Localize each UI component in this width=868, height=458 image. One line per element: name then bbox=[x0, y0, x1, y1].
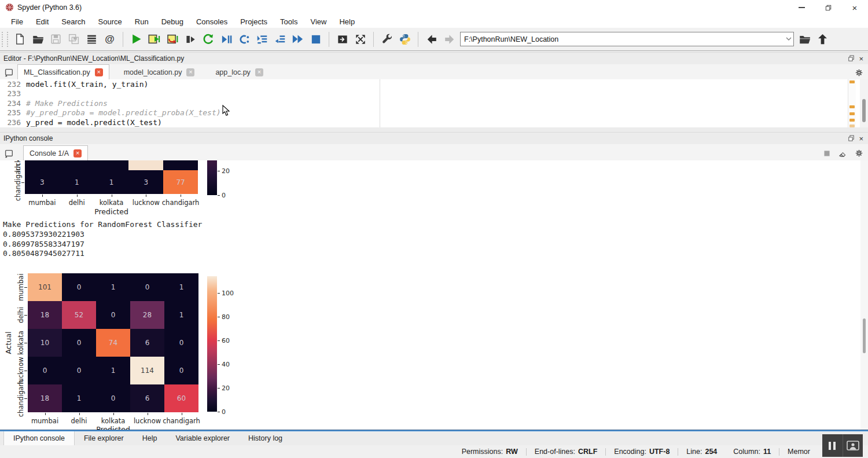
heatmap-x-tick-label: kolkata bbox=[101, 417, 126, 425]
status-value: UTF-8 bbox=[649, 448, 670, 456]
close-pane-icon[interactable]: × bbox=[859, 55, 863, 63]
restore-button[interactable] bbox=[815, 0, 841, 15]
status-segment: Encoding:UTF-8 bbox=[606, 448, 678, 456]
editor-tab[interactable]: model_location.py× bbox=[117, 64, 201, 79]
browse-tabs-button[interactable] bbox=[0, 65, 17, 79]
editor-code-area[interactable]: 232model.fit(X_train, y_train)233234# Ma… bbox=[0, 79, 868, 127]
rerun-last-button[interactable] bbox=[199, 31, 217, 48]
run-selection-button[interactable] bbox=[181, 31, 199, 48]
console-output-area[interactable]: Make Predictions for RandomForest Classi… bbox=[0, 160, 868, 430]
minimize-button[interactable] bbox=[788, 0, 815, 15]
close-button[interactable]: × bbox=[841, 0, 868, 15]
heatmap-xlabel: Predicted bbox=[96, 425, 130, 430]
menu-run[interactable]: Run bbox=[128, 16, 155, 27]
line-number: 233 bbox=[0, 89, 26, 98]
colorbar-tick-label: 0 bbox=[222, 192, 226, 199]
pause-recording-button[interactable] bbox=[822, 434, 843, 457]
rerun-cell-button[interactable] bbox=[163, 31, 181, 48]
tab-close-button[interactable]: × bbox=[186, 68, 194, 76]
code-text: # Make Predictions bbox=[26, 99, 108, 108]
dock-tab-help[interactable]: Help bbox=[133, 431, 167, 445]
editor-scrollbar-thumb[interactable] bbox=[862, 99, 866, 122]
new-file-button[interactable] bbox=[11, 31, 29, 48]
tab-close-button[interactable]: × bbox=[95, 68, 103, 76]
menu-help[interactable]: Help bbox=[333, 16, 361, 27]
clear-console-eraser-icon[interactable] bbox=[838, 148, 848, 158]
stop-debug-button[interactable] bbox=[307, 31, 325, 48]
heatmap-cell: 0 bbox=[28, 357, 62, 384]
undock-pane-icon[interactable] bbox=[847, 134, 855, 142]
run-file-button[interactable] bbox=[127, 31, 145, 48]
dock-tab-variable-explorer[interactable]: Variable explorer bbox=[166, 431, 239, 445]
dock-tab-ipython-console[interactable]: IPython console bbox=[3, 431, 75, 445]
webcam-toggle-button[interactable] bbox=[843, 434, 863, 457]
preferences-button[interactable] bbox=[378, 31, 396, 48]
menu-projects[interactable]: Projects bbox=[234, 16, 274, 27]
working-directory-combo[interactable] bbox=[460, 32, 794, 46]
menu-edit[interactable]: Edit bbox=[30, 16, 55, 27]
menu-source[interactable]: Source bbox=[92, 16, 128, 27]
console-scrollbar[interactable] bbox=[860, 160, 868, 430]
debug-file-button[interactable] bbox=[217, 31, 235, 48]
scroll-flag-area[interactable] bbox=[848, 79, 856, 127]
editor-tabbar: ML_Classification.py×model_location.py×a… bbox=[0, 64, 868, 80]
tab-label: app_loc.py bbox=[215, 68, 250, 76]
fullscreen-button[interactable] bbox=[351, 31, 369, 48]
heatmap-cell: 6 bbox=[130, 384, 164, 412]
toolbar-grip[interactable] bbox=[2, 32, 8, 47]
console-options-gear-icon[interactable] bbox=[855, 149, 863, 157]
menu-view[interactable]: View bbox=[304, 16, 333, 27]
rerun-cell-icon bbox=[165, 32, 179, 46]
heatmap-y-tick bbox=[24, 343, 27, 343]
dock-tab-file-explorer[interactable]: File explorer bbox=[75, 431, 133, 445]
forward-button[interactable] bbox=[440, 31, 458, 48]
editor-scrollbar[interactable] bbox=[860, 79, 868, 127]
menu-debug[interactable]: Debug bbox=[155, 16, 190, 27]
save-all-button[interactable] bbox=[65, 31, 83, 48]
python-path-button[interactable] bbox=[396, 31, 414, 48]
console-tab[interactable]: Console 1/A × bbox=[23, 145, 88, 160]
warning-flag bbox=[849, 105, 855, 108]
browse-tabs-button[interactable] bbox=[0, 146, 17, 160]
open-file-button[interactable] bbox=[29, 31, 47, 48]
browse-directory-button[interactable] bbox=[796, 31, 814, 48]
run-cell-button[interactable] bbox=[145, 31, 163, 48]
status-segment: Line:254 bbox=[678, 448, 725, 456]
undock-pane-icon[interactable] bbox=[847, 54, 855, 63]
back-button[interactable] bbox=[422, 31, 440, 48]
chevron-down-icon[interactable] bbox=[784, 37, 793, 41]
close-pane-icon[interactable]: × bbox=[859, 135, 863, 142]
spyder-logo-icon bbox=[5, 2, 14, 14]
step-return-button[interactable] bbox=[271, 31, 289, 48]
restore-icon bbox=[825, 4, 832, 12]
menu-consoles[interactable]: Consoles bbox=[190, 16, 234, 27]
editor-tab[interactable]: ML_Classification.py× bbox=[17, 64, 109, 79]
editor-options-gear-icon[interactable] bbox=[855, 68, 863, 77]
maximize-pane-button[interactable] bbox=[333, 31, 351, 48]
heatmap-y-tick-label: chandigarh bbox=[17, 380, 25, 417]
working-directory-input[interactable] bbox=[461, 35, 784, 43]
menu-file[interactable]: File bbox=[5, 16, 30, 27]
save-button[interactable] bbox=[47, 31, 65, 48]
tab-close-button[interactable]: × bbox=[255, 68, 263, 76]
symbol-finder-button[interactable]: @ bbox=[101, 31, 119, 48]
heatmap-cell: 1 bbox=[60, 170, 94, 194]
editor-tab[interactable]: app_loc.py× bbox=[209, 64, 269, 79]
console-scrollbar-thumb[interactable] bbox=[863, 318, 866, 353]
menu-search[interactable]: Search bbox=[55, 16, 91, 27]
parent-directory-button[interactable] bbox=[814, 31, 832, 48]
heatmap-x-tick bbox=[181, 195, 181, 197]
file-switcher-button[interactable] bbox=[83, 31, 101, 48]
console-tab-close-button[interactable]: × bbox=[73, 149, 82, 157]
dock-tab-history-log[interactable]: History log bbox=[239, 431, 292, 445]
toolbar-separator bbox=[418, 32, 418, 47]
step-into-button[interactable] bbox=[253, 31, 271, 48]
menu-tools[interactable]: Tools bbox=[274, 16, 304, 27]
step-over-button[interactable] bbox=[235, 31, 253, 48]
status-label: Column: bbox=[733, 448, 760, 456]
heatmap-y-tick bbox=[24, 315, 27, 316]
interrupt-kernel-icon[interactable] bbox=[823, 149, 831, 157]
heatmap-cell: 0 bbox=[62, 329, 96, 357]
continue-button[interactable] bbox=[289, 31, 307, 48]
heatmap-x-tick bbox=[45, 413, 46, 415]
